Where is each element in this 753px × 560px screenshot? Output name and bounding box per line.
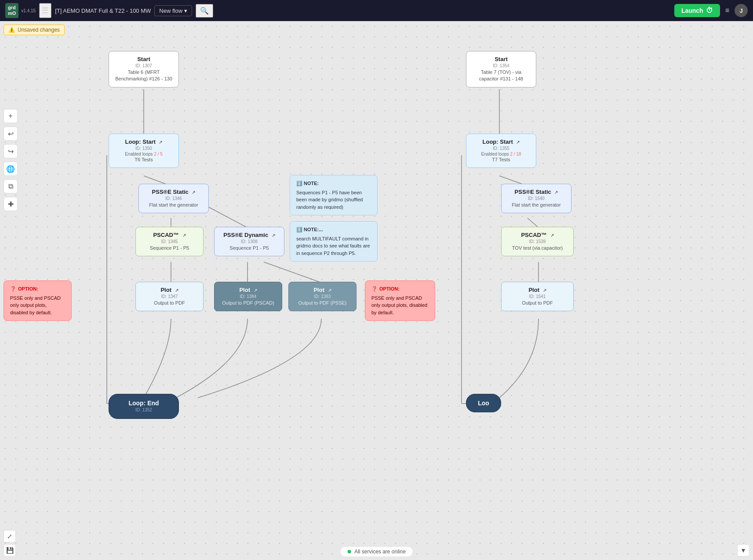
logo-area: grd mO v1.4.15	[5, 3, 36, 18]
start-node-2[interactable]: Start ID: 1354 Table 7 (TOV) - via capac…	[466, 51, 536, 87]
globe-button[interactable]: 🌐	[4, 162, 18, 176]
external-link-icon-5: ↗	[182, 233, 186, 238]
chevron-down-icon-bottom[interactable]: ▼	[737, 544, 749, 556]
external-link-icon-9: ↗	[254, 288, 257, 293]
external-link-icon-3: ↗	[192, 190, 195, 195]
nodes-layer: ⚠️ Unsaved changes + ↩ ↪ 🌐 ⧉ ✚ Start ID:…	[0, 21, 753, 560]
note-box-1: ℹ️ NOTE: Sequences P1 - P5 have been bee…	[290, 175, 378, 215]
psse-dynamic-node[interactable]: PSS®E Dynamic ↗ ID: 1308 Sequence P1 - P…	[214, 227, 284, 256]
save-button[interactable]: 💾	[4, 544, 16, 556]
chevron-down-icon: ▾	[184, 7, 187, 14]
status-dot	[347, 550, 351, 553]
unsaved-banner: ⚠️ Unsaved changes	[4, 25, 65, 35]
external-link-icon-2: ↗	[516, 140, 520, 145]
external-link-icon-6: ↗	[272, 233, 275, 238]
fullscreen-button[interactable]: ⤢	[4, 530, 16, 542]
zoom-in-button[interactable]: +	[4, 109, 18, 123]
loop-start-node-1[interactable]: Loop: Start ↗ ID: 1350 Enabled loops 2 /…	[109, 134, 179, 168]
external-link-icon-1: ↗	[159, 140, 162, 145]
header: grd mO v1.4.15 ☰ [T] AEMO DMAT Full & T2…	[0, 0, 753, 21]
status-bar: All services are online	[340, 547, 413, 556]
warning-icon-opt1: ❓	[10, 285, 16, 293]
external-link-icon-10: ↗	[328, 288, 331, 293]
plot-node-2[interactable]: Plot ↗ ID: 1384 Output to PDF (PSCAD)	[214, 282, 282, 311]
external-link-icon-8: ↗	[175, 288, 178, 293]
external-link-icon-7: ↗	[550, 233, 554, 238]
breadcrumb: [T] AEMO DMAT Full & T22 - 100 MW	[55, 7, 151, 14]
canvas[interactable]: ⚠️ Unsaved changes + ↩ ↪ 🌐 ⧉ ✚ Start ID:…	[0, 21, 753, 560]
version-tag: v1.4.15	[21, 8, 36, 13]
add-node-button[interactable]: ✚	[4, 197, 18, 211]
start-node-1[interactable]: Start ID: 1307 Table 6 (MFRT Benchmarkin…	[109, 51, 179, 87]
bottom-left-controls: ⤢ 💾	[4, 530, 16, 556]
external-link-icon-4: ↗	[554, 190, 558, 195]
option-box-1: ❓ OPTION: PSSE only and PSCAD only outpu…	[4, 280, 72, 321]
left-toolbar: + ↩ ↪ 🌐 ⧉ ✚	[4, 109, 18, 211]
hamburger-button[interactable]: ☰	[39, 3, 51, 18]
pscad-node-1[interactable]: PSCAD™ ↗ ID: 1345 Sequence P1 - P5	[135, 227, 204, 256]
launch-icon: ⏱	[706, 7, 713, 15]
loop-start-node-2[interactable]: Loop: Start ↗ ID: 1355 Enabled loops 2 /…	[466, 134, 536, 168]
info-icon-2: ℹ️	[296, 227, 302, 232]
layers-button[interactable]: ⧉	[4, 179, 18, 193]
scroll-down-button[interactable]: ▼	[737, 544, 749, 556]
plot-node-3[interactable]: Plot ↗ ID: 1383 Output to PDF (PSSE)	[288, 282, 356, 311]
note-box-2: ℹ️ NOTE:... search MULTIFAULT command in…	[290, 221, 378, 262]
plot-node-4[interactable]: Plot ↗ ID: 1541 Output to PDF	[501, 282, 574, 311]
header-right: Launch ⏱ ≡ J	[674, 4, 748, 17]
undo-button[interactable]: ↩	[4, 127, 18, 141]
external-link-icon-11: ↗	[543, 288, 546, 293]
new-flow-button[interactable]: New flow ▾	[154, 5, 192, 16]
redo-button[interactable]: ↪	[4, 144, 18, 158]
avatar[interactable]: J	[735, 4, 748, 17]
option-box-2: ❓ OPTION: PSSE only and PSCAD only outpu…	[365, 280, 435, 321]
launch-button[interactable]: Launch ⏱	[674, 4, 720, 17]
warning-icon-opt2: ❓	[371, 285, 378, 293]
pscad-node-2[interactable]: PSCAD™ ↗ ID: 1539 TOV test (via capacito…	[501, 227, 574, 256]
info-icon-1: ℹ️	[296, 181, 302, 186]
settings-icon[interactable]: ≡	[725, 7, 729, 15]
plot-node-1[interactable]: Plot ↗ ID: 1347 Output to PDF	[135, 282, 204, 311]
psse-static-node-2[interactable]: PSS®E Static ↗ ID: 1540 Flat start the g…	[501, 184, 571, 213]
search-button[interactable]: 🔍	[196, 4, 213, 18]
loop-end-node-1[interactable]: Loop: End ID: 1352	[109, 394, 179, 419]
psse-static-node-1[interactable]: PSS®E Static ↗ ID: 1346 Flat start the g…	[138, 184, 209, 213]
logo: grd mO	[5, 3, 18, 18]
loop-end-node-2[interactable]: Loo	[466, 394, 501, 412]
warning-icon: ⚠️	[8, 27, 15, 33]
